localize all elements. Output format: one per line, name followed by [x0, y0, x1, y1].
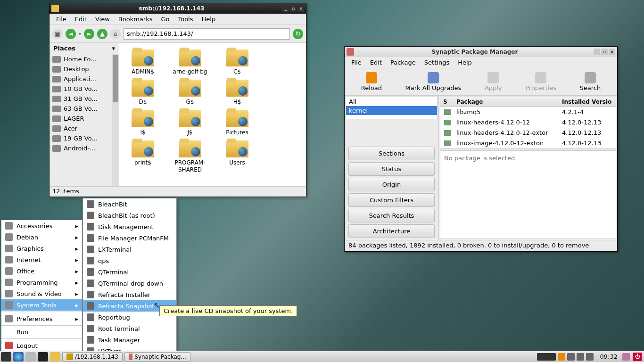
task-file-manager[interactable]: /192.168.1.143	[62, 352, 123, 362]
go-button[interactable]: ↻	[293, 29, 303, 39]
menu-edit[interactable]: Edit	[71, 15, 91, 24]
reload-button[interactable]: Reload	[361, 72, 382, 91]
submenu-item[interactable]: Disk Management	[83, 221, 176, 232]
menu-category[interactable]: Graphics▸	[1, 243, 82, 254]
minimize-button[interactable]: _	[594, 49, 600, 55]
folder-item[interactable]: Users	[218, 139, 256, 173]
package-row[interactable]: linux-image-4.12.0-12-exton4.12.0-12.13	[440, 138, 616, 148]
clock[interactable]: 09:32	[596, 353, 621, 360]
submenu-item[interactable]: LXTerminal	[83, 244, 176, 255]
sidebar-place[interactable]: 63 GB Vo...	[50, 104, 119, 114]
new-tab-button[interactable]: ▣	[52, 29, 63, 39]
menu-category[interactable]: Debian▸	[1, 231, 82, 243]
menu-view[interactable]: View	[91, 15, 114, 24]
search-button[interactable]: Search	[580, 72, 601, 91]
folder-item[interactable]: Pictures	[218, 108, 256, 136]
updates-icon[interactable]	[558, 353, 565, 361]
lock-icon[interactable]	[622, 353, 630, 361]
folder-item[interactable]: I$	[124, 108, 162, 136]
package-list-header[interactable]: S Package Installed Versio	[440, 97, 616, 107]
folder-item[interactable]: C$	[218, 48, 256, 75]
menu-run[interactable]: Run	[1, 327, 82, 337]
home-button[interactable]: ⌂	[110, 29, 121, 39]
submenu-item[interactable]: QTerminal drop down	[83, 278, 176, 289]
menu-edit[interactable]: Edit	[366, 58, 386, 67]
folder-item[interactable]: PROGRAM-SHARED	[171, 139, 209, 173]
address-bar[interactable]	[124, 28, 290, 40]
folder-item[interactable]: J$	[171, 108, 209, 136]
category-button[interactable]: Origin	[348, 178, 435, 191]
back-button[interactable]: ◄	[66, 29, 76, 39]
power-button[interactable]: ⏻	[633, 353, 642, 361]
submenu-item[interactable]: Refracta Installer	[83, 289, 176, 300]
maximize-button[interactable]: ▫	[601, 49, 608, 55]
category-button[interactable]: Status	[348, 162, 435, 176]
menu-category[interactable]: System Tools▸	[1, 299, 82, 311]
fm-titlebar[interactable]: smb://192.168.1.143 _ ▫ ×	[50, 3, 306, 14]
filter-kernel[interactable]: kernel	[346, 106, 437, 115]
package-row[interactable]: linux-headers-4.12.0-124.12.0-12.13	[440, 117, 616, 128]
volume-icon[interactable]	[586, 353, 594, 361]
submenu-item[interactable]: Task Manager	[83, 334, 176, 346]
maximize-button[interactable]: ▫	[290, 5, 297, 12]
sidebar-place[interactable]: 10 GB Vo...	[50, 84, 119, 94]
folder-item[interactable]: print$	[124, 139, 162, 173]
menu-category[interactable]: Office▸	[1, 265, 82, 277]
col-package[interactable]: Package	[454, 97, 559, 107]
menu-tools[interactable]: Tools	[174, 15, 197, 24]
submenu-item[interactable]: File Manager PCManFM	[83, 232, 176, 244]
sidebar-place[interactable]: Desktop	[50, 64, 119, 74]
places-header[interactable]: Places ▾	[50, 43, 119, 54]
submenu-item[interactable]: Root Terminal	[83, 323, 176, 334]
sidebar-place[interactable]: 31 GB Vo...	[50, 94, 119, 104]
menu-bookmarks[interactable]: Bookmarks	[115, 15, 157, 24]
tray-icon[interactable]	[537, 353, 556, 361]
fm-folder-view[interactable]: ADMIN$arne-golf-bgC$D$G$H$I$J$Picturespr…	[119, 43, 306, 186]
task-synaptic[interactable]: Synaptic Packag...	[124, 352, 190, 362]
close-button[interactable]: ×	[609, 49, 615, 55]
minimize-button[interactable]: _	[282, 5, 289, 12]
category-button[interactable]: Architecture	[348, 224, 435, 238]
menu-help[interactable]: Help	[198, 15, 220, 24]
sidebar-place[interactable]: Android-...	[50, 143, 119, 153]
menu-settings[interactable]: Settings	[421, 58, 453, 67]
submenu-item[interactable]: qps	[83, 255, 176, 266]
launcher-terminal-icon[interactable]	[38, 352, 48, 362]
package-row[interactable]: libzmq54.2.1-4	[440, 107, 616, 117]
up-button[interactable]: ▲	[97, 29, 107, 39]
sidebar-place[interactable]: Applicati...	[50, 74, 119, 84]
menu-help[interactable]: Help	[454, 58, 476, 67]
category-button[interactable]: Search Results	[348, 209, 435, 222]
forward-button[interactable]: ►	[84, 29, 94, 39]
folder-item[interactable]: G$	[171, 78, 209, 105]
menu-logout[interactable]: Logout	[1, 340, 82, 351]
network2-icon[interactable]	[577, 353, 584, 361]
menu-package[interactable]: Package	[387, 58, 420, 67]
folder-item[interactable]: H$	[218, 78, 256, 105]
sidebar-scrollbar[interactable]	[112, 54, 119, 186]
launcher-web-icon[interactable]	[13, 352, 24, 362]
properties-button[interactable]: Properties	[525, 72, 556, 91]
mark-upgrades-button[interactable]: Mark All Upgrades	[405, 72, 462, 91]
sidebar-place[interactable]: 19 GB Vo...	[50, 133, 119, 143]
filter-list[interactable]: All kernel	[346, 97, 438, 119]
apply-button[interactable]: Apply	[485, 72, 502, 91]
submenu-item[interactable]: QTerminal	[83, 266, 176, 278]
sidebar-place[interactable]: Acer	[50, 123, 119, 133]
launcher-fm-icon[interactable]	[25, 352, 36, 362]
network-icon[interactable]	[567, 353, 575, 361]
menu-file[interactable]: File	[347, 58, 365, 67]
menu-category[interactable]: Programming▸	[1, 277, 82, 288]
category-button[interactable]: Sections	[348, 147, 435, 160]
menu-go[interactable]: Go	[157, 15, 173, 24]
menu-file[interactable]: File	[52, 15, 70, 24]
col-version[interactable]: Installed Versio	[559, 97, 616, 107]
category-button[interactable]: Custom Filters	[348, 193, 435, 207]
menu-preferences[interactable]: Preferences▸	[1, 313, 82, 324]
sidebar-place[interactable]: Home Fo...	[50, 54, 119, 64]
submenu-item[interactable]: BleachBit (as root)	[83, 210, 176, 221]
close-button[interactable]: ×	[297, 5, 304, 12]
filter-all[interactable]: All	[346, 97, 437, 106]
folder-item[interactable]: arne-golf-bg	[171, 48, 209, 75]
syn-titlebar[interactable]: Synaptic Package Manager _ ▫ ×	[345, 47, 617, 57]
